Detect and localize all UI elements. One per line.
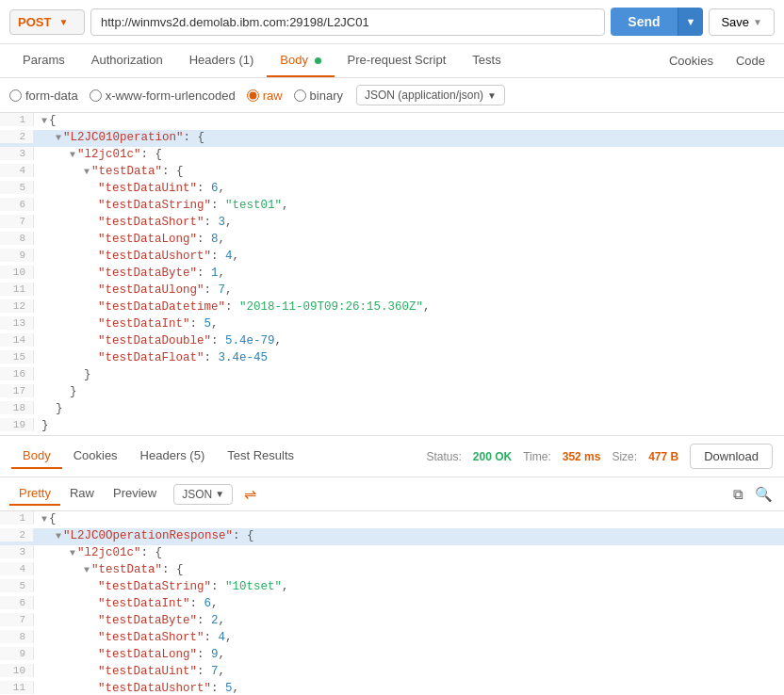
- url-input[interactable]: [90, 8, 605, 36]
- fmt-tab-preview[interactable]: Preview: [104, 482, 166, 506]
- json-format-arrow: ▼: [487, 90, 497, 101]
- top-bar: POST ▼ Send ▼ Save ▼: [0, 0, 784, 44]
- req-line-19: 19 }: [0, 418, 784, 435]
- resp-tab-body[interactable]: Body: [11, 444, 62, 469]
- response-lang-select[interactable]: JSON ▼: [173, 484, 233, 505]
- response-code-editor[interactable]: 1 ▼{ 2 ▼"L2JC0OperationResponse": { 3 ▼"…: [0, 511, 784, 695]
- tab-prerequest[interactable]: Pre-request Script: [335, 44, 460, 77]
- req-line-18: 18 }: [0, 401, 784, 418]
- resp-line-5: 5 "testDataString": "10tset",: [0, 579, 784, 596]
- search-icon[interactable]: 🔍: [753, 484, 775, 505]
- resp-tab-testresults[interactable]: Test Results: [216, 444, 305, 469]
- status-label: Status:: [426, 450, 461, 463]
- req-line-2: 2 ▼"L2JC010peration": {: [0, 130, 784, 147]
- resp-line-11: 11 "testDataUshort": 5,: [0, 681, 784, 695]
- resp-line-8: 8 "testDataShort": 4,: [0, 630, 784, 647]
- response-bar: Body Cookies Headers (5) Test Results St…: [0, 436, 784, 477]
- resp-tab-cookies[interactable]: Cookies: [62, 444, 129, 469]
- radio-raw[interactable]: raw: [247, 89, 283, 103]
- req-line-5: 5 "testDataUint": 6,: [0, 181, 784, 198]
- method-select[interactable]: POST ▼: [9, 9, 85, 35]
- send-dropdown-button[interactable]: ▼: [678, 8, 704, 36]
- resp-line-7: 7 "testDataByte": 2,: [0, 613, 784, 630]
- req-line-12: 12 "testDataDatetime": "2018-11-09T09:26…: [0, 299, 784, 316]
- fmt-tab-pretty[interactable]: Pretty: [9, 482, 60, 506]
- save-dropdown-arrow: ▼: [753, 17, 762, 27]
- radio-formdata[interactable]: form-data: [9, 89, 78, 103]
- body-controls: form-data x-www-form-urlencoded raw bina…: [0, 78, 784, 113]
- req-line-10: 10 "testDataByte": 1,: [0, 266, 784, 283]
- method-label: POST: [18, 15, 51, 29]
- nav-tabs: Params Authorization Headers (1) Body Pr…: [0, 44, 784, 78]
- req-line-6: 6 "testDataString": "test01",: [0, 198, 784, 215]
- status-info: Status: 200 OK Time: 352 ms Size: 477 B …: [426, 444, 773, 469]
- req-line-8: 8 "testDataLong": 8,: [0, 232, 784, 249]
- resp-tab-headers[interactable]: Headers (5): [129, 444, 217, 469]
- response-lang-label: JSON: [182, 488, 212, 501]
- tab-body[interactable]: Body: [267, 44, 334, 77]
- resp-line-6: 6 "testDataInt": 6,: [0, 596, 784, 613]
- req-line-14: 14 "testDataDouble": 5.4e-79,: [0, 333, 784, 350]
- tab-tests[interactable]: Tests: [459, 44, 514, 77]
- time-label: Time:: [523, 450, 551, 463]
- resp-line-10: 10 "testDataUint": 7,: [0, 664, 784, 681]
- req-line-4: 4 ▼"testData": {: [0, 164, 784, 181]
- resp-line-3: 3 ▼"l2jc01c": {: [0, 545, 784, 562]
- req-line-9: 9 "testDataUshort": 4,: [0, 249, 784, 266]
- req-line-1: 1 ▼{: [0, 113, 784, 130]
- response-toolbar: Pretty Raw Preview JSON ▼ ⇌ ⧉ 🔍: [0, 477, 784, 511]
- request-code-editor[interactable]: 1 ▼{ 2 ▼"L2JC010peration": { 3 ▼"l2jc01c…: [0, 113, 784, 436]
- json-format-label: JSON (application/json): [365, 89, 483, 102]
- save-button[interactable]: Save ▼: [709, 8, 775, 36]
- copy-icon[interactable]: ⧉: [731, 484, 745, 505]
- json-format-select[interactable]: JSON (application/json) ▼: [356, 85, 505, 105]
- req-line-15: 15 "testDataFloat": 3.4e-45: [0, 350, 784, 367]
- req-line-16: 16 }: [0, 367, 784, 384]
- req-line-3: 3 ▼"l2jc01c": {: [0, 147, 784, 164]
- tab-params[interactable]: Params: [9, 44, 78, 77]
- radio-binary[interactable]: binary: [294, 89, 343, 103]
- status-value: 200 OK: [473, 450, 512, 463]
- req-line-17: 17 }: [0, 384, 784, 401]
- method-dropdown-arrow: ▼: [58, 17, 68, 27]
- resp-line-9: 9 "testDataLong": 9,: [0, 647, 784, 664]
- tab-code[interactable]: Code: [727, 45, 775, 76]
- tab-authorization[interactable]: Authorization: [78, 44, 176, 77]
- tab-cookies[interactable]: Cookies: [660, 45, 723, 76]
- body-type-group: form-data x-www-form-urlencoded raw bina…: [9, 89, 343, 103]
- size-value: 477 B: [648, 450, 678, 463]
- req-line-7: 7 "testDataShort": 3,: [0, 215, 784, 232]
- download-button[interactable]: Download: [690, 444, 773, 469]
- format-tabs: Pretty Raw Preview: [9, 482, 166, 506]
- response-lang-arrow: ▼: [215, 489, 224, 499]
- send-button[interactable]: Send: [611, 8, 677, 36]
- right-tabs: Cookies Code: [660, 45, 775, 76]
- fmt-tab-raw[interactable]: Raw: [60, 482, 104, 506]
- radio-urlencoded[interactable]: x-www-form-urlencoded: [90, 89, 236, 103]
- resp-line-4: 4 ▼"testData": {: [0, 562, 784, 579]
- right-icons: ⧉ 🔍: [731, 484, 775, 505]
- resp-line-1: 1 ▼{: [0, 511, 784, 528]
- send-btn-group: Send ▼: [611, 8, 703, 36]
- resp-line-2: 2 ▼"L2JC0OperationResponse": {: [0, 528, 784, 545]
- response-tabs: Body Cookies Headers (5) Test Results: [11, 444, 305, 469]
- req-line-11: 11 "testDataUlong": 7,: [0, 283, 784, 299]
- sort-icon[interactable]: ⇌: [244, 485, 256, 503]
- time-value: 352 ms: [563, 450, 601, 463]
- size-label: Size:: [612, 450, 637, 463]
- tab-headers[interactable]: Headers (1): [176, 44, 268, 77]
- req-line-13: 13 "testDataInt": 5,: [0, 316, 784, 333]
